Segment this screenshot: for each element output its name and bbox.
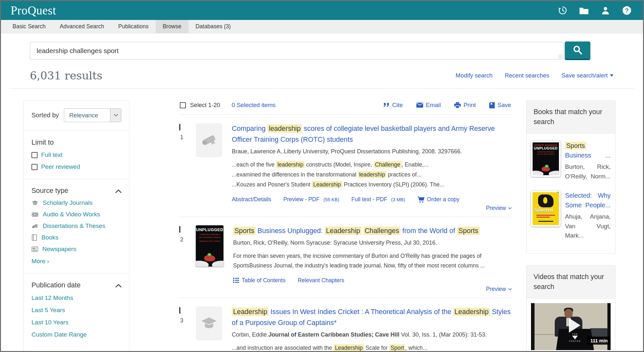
citation-authors: Corbin, Eddie. [232, 331, 268, 338]
print-button[interactable]: Print [454, 102, 476, 109]
books-label[interactable]: Books [41, 234, 58, 241]
custom-date-range-link[interactable]: Custom Date Range [31, 331, 87, 338]
link-label: Table of Contents [242, 277, 285, 284]
full-text-checkbox-row[interactable]: Full text [31, 151, 121, 158]
last-12-months-link[interactable]: Last 12 Months [31, 294, 73, 302]
tab-advanced-search[interactable]: Advanced Search [53, 20, 111, 33]
recent-searches-link[interactable]: Recent searches [505, 72, 549, 79]
folder-icon[interactable] [579, 6, 589, 15]
tab-label: Databases (3) [196, 23, 231, 30]
collapse-section-icon[interactable] [116, 281, 121, 289]
save-label: Save [498, 102, 511, 109]
relevant-chapters-link[interactable]: Relevant Chapters [298, 277, 344, 284]
result-thumbnail[interactable] [196, 306, 222, 340]
sort-select[interactable]: Relevance [64, 108, 121, 122]
source-type-scholarly-journals[interactable]: Scholarly Journals [31, 199, 121, 206]
peer-reviewed-checkbox[interactable] [31, 164, 38, 170]
graduation-cap-icon [31, 200, 39, 206]
preview-pdf-link[interactable]: Preview - PDF(55 KB) [283, 196, 339, 203]
chevron-down-icon [610, 74, 614, 77]
preview-toggle[interactable]: Preview [486, 286, 512, 293]
result-checkbox[interactable] [179, 226, 180, 233]
collapse-section-icon[interactable] [116, 187, 121, 195]
podium-text: THE [556, 333, 594, 335]
selected-items-link[interactable]: 0 Selected items [232, 102, 276, 109]
abstract-details-link[interactable]: Abstract/Details [232, 196, 271, 203]
result-thumbnail[interactable] [196, 123, 222, 157]
file-size: (3 MB) [391, 197, 405, 202]
result-select-column: 2 [179, 225, 196, 293]
citation-journal: Journal of Eastern Caribbean Studies; Ca… [268, 331, 399, 338]
book-cover-thumbnail[interactable]: UNPLUGGED Leadership Challengesfrom the … [196, 225, 223, 266]
result-item-1: 1 Comparing leadership scores of collegi… [179, 115, 512, 217]
book-suggestion-1[interactable]: SPORTS BUSINESS UNPLUGGED Leadership Cha… [531, 141, 611, 181]
full-text-checkbox[interactable] [31, 152, 38, 158]
source-type-more-link[interactable]: More › [31, 258, 49, 265]
result-title-link[interactable]: Comparing leadership scores of collegiat… [232, 123, 512, 145]
full-text-label[interactable]: Full text [41, 151, 63, 158]
book-title-link[interactable]: Sports Business ... [565, 141, 611, 160]
book-suggestion-2[interactable]: Selected Selected: Why Some People... Ah… [531, 191, 611, 240]
source-type-dissertations[interactable]: Dissertations & Theses [31, 222, 121, 230]
sort-select-value: Relevance [64, 112, 110, 119]
full-text-pdf-link[interactable]: Full text - PDF(3 MB) [352, 196, 405, 203]
save-search-alert-link[interactable]: Save search/alert [561, 72, 614, 79]
email-button[interactable]: Email [416, 102, 441, 109]
select-all-checkbox[interactable] [180, 102, 186, 108]
result-links-row: Table of Contents Relevant Chapters [233, 277, 512, 284]
preview-toggle[interactable]: Preview [486, 205, 512, 212]
modify-search-link[interactable]: Modify search [456, 72, 492, 79]
email-label: Email [426, 102, 441, 109]
video-art [531, 303, 535, 350]
search-button[interactable] [565, 41, 590, 60]
tab-browse[interactable]: Browse [156, 20, 188, 33]
last-5-years-link[interactable]: Last 5 Years [31, 307, 65, 314]
book-title-link[interactable]: Selected: Why Some People... [565, 191, 611, 210]
result-citation: Burton, Rick, O'Reilly, Norm Syracuse: S… [233, 239, 512, 246]
cover-authors: Rick Burton Norm O'Reilly [196, 240, 223, 242]
result-checkbox[interactable] [179, 124, 180, 131]
last-10-years-link[interactable]: Last 10 Years [31, 319, 68, 326]
source-type-newspapers[interactable]: Newspapers [31, 246, 121, 253]
cover-title: UNPLUGGED [533, 146, 559, 150]
table-of-contents-link[interactable]: Table of Contents [233, 277, 285, 284]
cite-label: Cite [392, 102, 403, 109]
order-a-copy-link[interactable]: Order a copy [417, 196, 459, 203]
search-input[interactable] [30, 42, 563, 59]
result-snippets: ...each of the five leadership construct… [232, 160, 512, 190]
result-title-link[interactable]: Leadership Issues In West Indies Cricket… [232, 306, 512, 329]
audio-video-works-label[interactable]: Audio & Video Works [43, 211, 100, 218]
tab-publications[interactable]: Publications [111, 20, 155, 33]
newspapers-label[interactable]: Newspapers [42, 246, 76, 253]
peer-reviewed-label[interactable]: Peer reviewed [41, 163, 80, 170]
cover-art-snow [196, 261, 209, 266]
source-type-audio-video[interactable]: Audio & Video Works [31, 211, 121, 218]
help-icon[interactable]: ? [622, 6, 631, 15]
filters-sidebar: Sorted by Relevance Limit to Full text [23, 100, 129, 352]
sorted-by-label: Sorted by [31, 112, 59, 119]
result-checkbox[interactable] [179, 307, 180, 314]
tab-basic-search[interactable]: Basic Search [5, 20, 53, 33]
cover-art-line [538, 221, 553, 222]
link-label: Full text - PDF [352, 196, 387, 203]
recent-searches-history-icon[interactable] [558, 6, 567, 15]
cite-button[interactable]: Cite [383, 102, 403, 109]
result-title-link[interactable]: Sports Business Unplugged: Leadership Ch… [233, 225, 512, 236]
video-thumbnail[interactable]: THE CENTER 111 min [531, 303, 611, 350]
book-authors: Ahuja, Anjana, Van Vugt, Mark... [565, 212, 611, 240]
source-type-books[interactable]: Books [31, 234, 121, 241]
peer-reviewed-checkbox-row[interactable]: Peer reviewed [31, 163, 121, 170]
books-match-panel: Books that match your search SPORTS BUSI… [526, 100, 615, 254]
tab-databases[interactable]: Databases (3) [188, 20, 238, 33]
account-person-icon[interactable] [601, 6, 610, 15]
content-area: Sorted by Relevance Limit to Full text [1, 89, 643, 352]
link-label: Abstract/Details [232, 196, 271, 203]
videos-match-panel: Videos that match your search THE [526, 265, 615, 352]
cover-art-lines [536, 215, 555, 219]
save-button[interactable]: Save [489, 102, 511, 109]
dissertations-theses-label[interactable]: Dissertations & Theses [43, 222, 105, 230]
scholarly-journals-label[interactable]: Scholarly Journals [43, 199, 92, 206]
play-button-icon[interactable] [569, 318, 580, 333]
input-resize-handle[interactable] [558, 54, 562, 59]
limit-to-section: Limit to Full text Peer reviewed [24, 131, 129, 179]
